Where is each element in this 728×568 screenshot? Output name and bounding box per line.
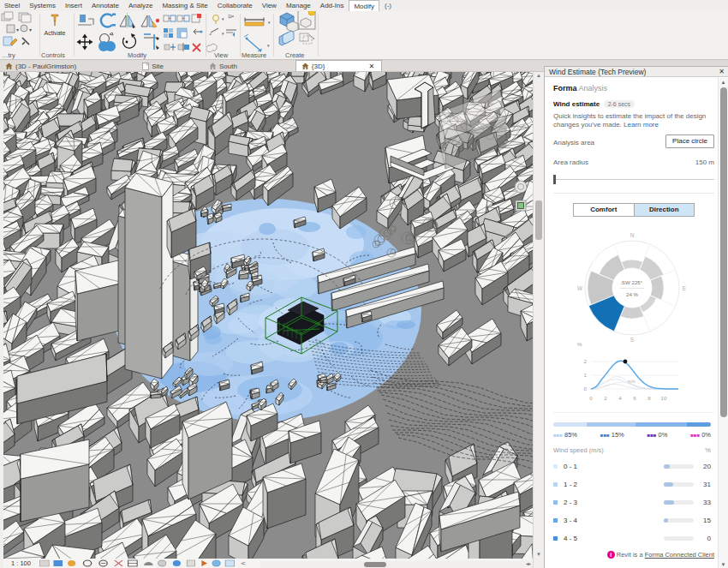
svg-text:m/s: m/s [628,379,636,384]
svg-text:2: 2 [584,358,588,364]
svg-text:▾: ▾ [16,27,19,33]
svg-text:10: 10 [661,395,667,401]
svg-text:%: % [577,341,582,347]
svg-text:1: 1 [584,372,588,378]
svg-text:24 %: 24 % [626,291,639,297]
svg-text:8: 8 [647,395,651,401]
svg-text:W: W [577,285,583,291]
svg-text:N: N [630,232,635,238]
svg-text:0: 0 [589,395,593,401]
svg-text:2: 2 [604,395,607,401]
svg-text:▾: ▾ [222,31,224,36]
svg-text:▾: ▾ [222,16,224,21]
svg-text:▾: ▾ [267,43,270,48]
svg-text:4: 4 [618,395,622,401]
svg-text:Activate: Activate [45,30,66,36]
svg-text:SW 225°: SW 225° [622,279,643,285]
svg-text:6: 6 [633,395,636,401]
svg-text:0: 0 [584,386,588,392]
svg-text:E: E [683,285,687,291]
svg-text:▾: ▾ [268,20,271,25]
svg-text:▾: ▾ [29,27,32,33]
svg-text:<: < [242,561,247,568]
